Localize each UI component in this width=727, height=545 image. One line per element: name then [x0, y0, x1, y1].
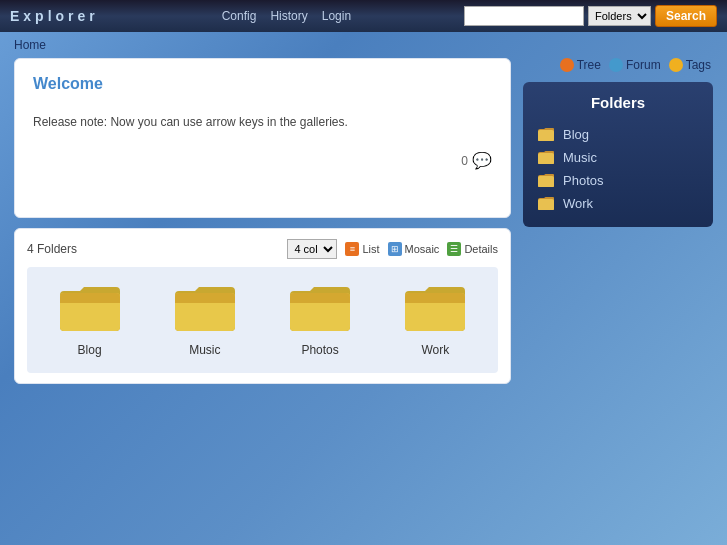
- search-input[interactable]: [464, 6, 584, 26]
- col-select: 4 col 3 col 2 col 1 col: [287, 239, 337, 259]
- search-dropdown: Folders All: [588, 6, 651, 26]
- right-sidebar: Tree Forum Tags Folders Blog: [523, 58, 713, 384]
- sidebar-folder-photos-label: Photos: [563, 173, 603, 188]
- sidebar-folder-photos[interactable]: Photos: [537, 169, 699, 192]
- sidebar-folder-blog[interactable]: Blog: [537, 123, 699, 146]
- main-content: Welcome Release note: Now you can use ar…: [0, 58, 727, 384]
- sidebar-folder-music-label: Music: [563, 150, 597, 165]
- comment-count: 0 💬: [33, 151, 492, 170]
- nav-config[interactable]: Config: [222, 9, 257, 23]
- breadcrumb: Home: [0, 32, 727, 58]
- sidebar-folder-icon-blog: [537, 127, 555, 142]
- welcome-text: Release note: Now you can use arrow keys…: [33, 113, 492, 131]
- mosaic-view-icon: ⊞: [388, 242, 402, 256]
- search-button[interactable]: Search: [655, 5, 717, 27]
- folder-grid: Blog Music: [27, 267, 498, 373]
- nav-login[interactable]: Login: [322, 9, 351, 23]
- view-controls: 4 col 3 col 2 col 1 col ≡ List ⊞ Mosaic: [287, 239, 498, 259]
- mosaic-view-label: Mosaic: [405, 243, 440, 255]
- folder-icon-work: [403, 283, 467, 335]
- folder-label-photos: Photos: [301, 343, 338, 357]
- sidebar-folder-blog-label: Blog: [563, 127, 589, 142]
- mosaic-view-btn[interactable]: ⊞ Mosaic: [388, 242, 440, 256]
- nav-history[interactable]: History: [270, 9, 307, 23]
- tree-icon: [560, 58, 574, 72]
- sidebar-folder-icon-music: [537, 150, 555, 165]
- tab-forum-label: Forum: [626, 58, 661, 72]
- sidebar-folder-work-label: Work: [563, 196, 593, 211]
- welcome-panel: Welcome Release note: Now you can use ar…: [14, 58, 511, 218]
- welcome-title: Welcome: [33, 75, 492, 93]
- folder-icon-photos: [288, 283, 352, 335]
- folder-item-music[interactable]: Music: [165, 283, 245, 357]
- list-view-label: List: [362, 243, 379, 255]
- col-select-input[interactable]: 4 col 3 col 2 col 1 col: [287, 239, 337, 259]
- details-view-label: Details: [464, 243, 498, 255]
- folder-item-photos[interactable]: Photos: [280, 283, 360, 357]
- breadcrumb-home[interactable]: Home: [14, 38, 46, 52]
- app-title: Explorer: [10, 8, 99, 24]
- forum-icon: [609, 58, 623, 72]
- list-view-btn[interactable]: ≡ List: [345, 242, 379, 256]
- sidebar-folder-music[interactable]: Music: [537, 146, 699, 169]
- sidebar-folder-icon-work: [537, 196, 555, 211]
- left-column: Welcome Release note: Now you can use ar…: [14, 58, 511, 384]
- tab-forum[interactable]: Forum: [609, 58, 661, 72]
- tab-tags-label: Tags: [686, 58, 711, 72]
- folders-panel: 4 Folders 4 col 3 col 2 col 1 col ≡ List: [14, 228, 511, 384]
- folder-count: 4 Folders: [27, 242, 77, 256]
- folders-sidebar-title: Folders: [537, 94, 699, 111]
- header-nav: Config History Login: [129, 9, 444, 23]
- folder-icon-blog: [58, 283, 122, 335]
- folders-panel-header: 4 Folders 4 col 3 col 2 col 1 col ≡ List: [27, 239, 498, 259]
- header: Explorer Config History Login Folders Al…: [0, 0, 727, 32]
- folder-label-blog: Blog: [78, 343, 102, 357]
- view-tabs: Tree Forum Tags: [523, 58, 713, 72]
- list-view-icon: ≡: [345, 242, 359, 256]
- comment-number: 0: [461, 154, 468, 168]
- folder-label-work: Work: [421, 343, 449, 357]
- folder-item-work[interactable]: Work: [395, 283, 475, 357]
- folder-item-blog[interactable]: Blog: [50, 283, 130, 357]
- tab-tree-label: Tree: [577, 58, 601, 72]
- sidebar-folder-work[interactable]: Work: [537, 192, 699, 215]
- search-type-select[interactable]: Folders All: [588, 6, 651, 26]
- sidebar-folder-icon-photos: [537, 173, 555, 188]
- header-search: Folders All Search: [464, 5, 717, 27]
- folders-sidebar: Folders Blog Music: [523, 82, 713, 227]
- comment-icon: 💬: [472, 151, 492, 170]
- folder-label-music: Music: [189, 343, 220, 357]
- tags-icon: [669, 58, 683, 72]
- tab-tags[interactable]: Tags: [669, 58, 711, 72]
- folder-icon-music: [173, 283, 237, 335]
- tab-tree[interactable]: Tree: [560, 58, 601, 72]
- details-view-btn[interactable]: ☰ Details: [447, 242, 498, 256]
- details-view-icon: ☰: [447, 242, 461, 256]
